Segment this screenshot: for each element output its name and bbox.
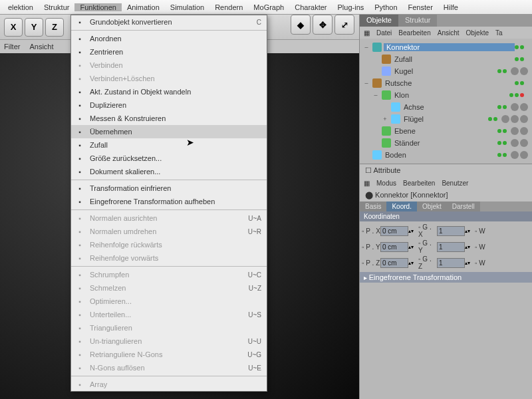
coord-px: ◦ P . X▴▾ xyxy=(362,223,417,238)
menu-item-reihenfolge-vorw-rts: ▪Reihenfolge vorwärts xyxy=(71,251,267,265)
menu-mograph[interactable]: MoGraph xyxy=(248,3,289,11)
axis-y-button[interactable]: Y xyxy=(25,18,43,37)
menu-simulation[interactable]: Simulation xyxy=(165,3,209,11)
menu-fenster[interactable]: Fenster xyxy=(403,3,438,11)
tool-scale-icon[interactable]: ⤢ xyxy=(334,15,354,35)
menu-item-icon: ▪ xyxy=(74,336,86,346)
coord-input[interactable] xyxy=(380,242,408,252)
coord-w: ◦ W xyxy=(475,239,530,254)
menu-item-gr-e-zur-cksetzen-[interactable]: ▪Größe zurücksetzen... xyxy=(71,152,267,165)
menu-animation[interactable]: Animation xyxy=(122,3,165,11)
coord-input[interactable] xyxy=(437,226,465,236)
subtool-ansicht[interactable]: Ansicht xyxy=(29,43,53,51)
menu-item-normalen-umdrehen: ▪Normalen umdrehenU~R xyxy=(71,225,267,238)
object-tree[interactable]: –KonnektorZufallKugel–Rutsche–KlonAchse+… xyxy=(360,39,532,164)
cursor-icon: ➤ xyxy=(186,137,194,148)
menu-item-icon: ▪ xyxy=(74,196,86,207)
menu-item-zentrieren[interactable]: ▪Zentrieren xyxy=(71,45,267,59)
menu-item-icon: ▪ xyxy=(74,166,86,177)
attr-object-name: ⬤ Konnektor [Konnektor] xyxy=(360,189,532,201)
menu-item-transformation-einfrieren[interactable]: ▪Transformation einfrieren xyxy=(71,182,267,195)
menu-rendern[interactable]: Rendern xyxy=(209,3,248,11)
tree-row-flügel[interactable]: +Flügel xyxy=(360,113,532,125)
attr-tab-darstell[interactable]: Darstell xyxy=(447,201,480,211)
menu-item-dokument-skalieren-[interactable]: ▪Dokument skalieren... xyxy=(71,165,267,178)
menu-item-icon: ▪ xyxy=(74,226,86,237)
objmenu-ansicht[interactable]: Ansicht xyxy=(438,29,460,37)
tree-row-rutsche[interactable]: –Rutsche xyxy=(360,77,532,89)
menu-item--bernehmen[interactable]: ▪Übernehmen xyxy=(71,125,267,138)
menu-item-icon: ▪ xyxy=(74,269,86,280)
menu-python[interactable]: Python xyxy=(369,3,402,11)
menu-item-icon: ▪ xyxy=(74,17,86,27)
coord-pz: ◦ P . Z▴▾ xyxy=(362,255,417,270)
menu-item-icon: ▪ xyxy=(74,239,86,250)
coord-gy: ◦ G . Y▴▾ xyxy=(418,239,473,254)
menu-item-anordnen[interactable]: ▪Anordnen xyxy=(71,32,267,45)
coord-input[interactable] xyxy=(437,242,465,252)
tree-row-ebene[interactable]: Ebene xyxy=(360,125,532,137)
menu-struktur[interactable]: Struktur xyxy=(39,3,75,11)
attr-tabs: BasisKoord.ObjektDarstell xyxy=(360,201,532,211)
menu-item-messen-konstruieren[interactable]: ▪Messen & Konstruieren xyxy=(71,112,267,125)
tree-row-achse[interactable]: Achse xyxy=(360,101,532,113)
menu-item-grundobjekt-konvertieren[interactable]: ▪Grundobjekt konvertierenC xyxy=(71,15,267,29)
coord-input[interactable] xyxy=(380,258,408,268)
attr-title: ☐ Attribute xyxy=(360,164,532,177)
menu-hilfe[interactable]: Hilfe xyxy=(438,3,464,11)
menu-item-icon: ▪ xyxy=(74,113,86,124)
menu-item-icon: ▪ xyxy=(74,126,86,137)
menu-item-verbinden: ▪Verbinden xyxy=(71,59,267,72)
objmenu-bearbeiten[interactable]: Bearbeiten xyxy=(398,29,430,37)
menu-item-icon: ▪ xyxy=(74,33,86,44)
axis-z-button[interactable]: Z xyxy=(45,18,64,37)
coord-grid: ◦ P . X▴▾◦ G . X▴▾◦ W◦ P . Y▴▾◦ G . Y▴▾◦… xyxy=(360,221,532,272)
menu-item-zufall[interactable]: ▪Zufall xyxy=(71,138,267,152)
attr-tab-objekt[interactable]: Objekt xyxy=(417,201,447,211)
attrmenu-benutzer[interactable]: Benutzer xyxy=(442,180,468,187)
tree-row-klon[interactable]: –Klon xyxy=(360,89,532,101)
tool-shape-icon[interactable]: ◆ xyxy=(291,15,311,35)
attrmenu-bearbeiten[interactable]: Bearbeiten xyxy=(403,180,435,187)
menu-item-duplizieren[interactable]: ▪Duplizieren xyxy=(71,98,267,112)
attr-tab-basis[interactable]: Basis xyxy=(360,201,386,211)
coord-input[interactable] xyxy=(380,226,408,236)
objmenu-objekte[interactable]: Objekte xyxy=(466,29,489,37)
attr-menu: ▦ModusBearbeitenBenutzer xyxy=(360,177,532,189)
tree-row-zufall[interactable]: Zufall xyxy=(360,53,532,65)
coord-w: ◦ W xyxy=(475,255,530,270)
menu-charakter[interactable]: Charakter xyxy=(289,3,332,11)
attr-frozen-header[interactable]: ▸ Eingefrorene Transformation xyxy=(360,272,532,283)
obj-tab-objekte[interactable]: Objekte xyxy=(360,15,398,27)
objmenu-datei[interactable]: Datei xyxy=(376,29,392,37)
menu-item-icon: ▪ xyxy=(74,100,86,110)
menu-funktionen[interactable]: Funktionen xyxy=(74,3,121,11)
menu-item-akt-zustand-in-objekt-wandeln[interactable]: ▪Akt. Zustand in Objekt wandeln xyxy=(71,85,267,98)
menu-elektion[interactable]: elektion xyxy=(3,3,39,11)
tree-row-boden[interactable]: Boden xyxy=(360,149,532,161)
coord-py: ◦ P . Y▴▾ xyxy=(362,239,417,254)
menu-item-icon: ▪ xyxy=(74,349,86,360)
menu-plug-ins[interactable]: Plug-ins xyxy=(332,3,370,11)
attr-tab-koord[interactable]: Koord. xyxy=(386,201,416,211)
attrmenu-modus[interactable]: Modus xyxy=(376,180,396,187)
tree-row-konnektor[interactable]: –Konnektor xyxy=(360,41,532,53)
menu-item-triangulieren: ▪Triangulieren xyxy=(71,321,267,334)
objmenu-ta[interactable]: Ta xyxy=(495,29,503,37)
tree-row-ständer[interactable]: Ständer xyxy=(360,137,532,149)
menu-item-icon: ▪ xyxy=(74,213,86,223)
menu-item-schmelzen: ▪SchmelzenU~Z xyxy=(71,281,267,295)
obj-tab-struktur[interactable]: Struktur xyxy=(398,15,438,27)
main-menubar: elektionStrukturFunktionenAnimationSimul… xyxy=(0,0,532,15)
coord-input[interactable] xyxy=(437,258,465,268)
menu-item-icon: ▪ xyxy=(74,362,86,373)
menu-item-icon: ▪ xyxy=(74,296,86,307)
subtool-filter[interactable]: Filter xyxy=(4,43,20,51)
menu-item-un-triangulieren: ▪Un-triangulierenU~U xyxy=(71,334,267,348)
tool-move-icon[interactable]: ✥ xyxy=(313,15,332,35)
menu-item-eingefrorene-transformation-aufheben[interactable]: ▪Eingefrorene Transformation aufheben xyxy=(71,195,267,208)
menu-item-icon: ▪ xyxy=(74,153,86,164)
tree-row-kugel[interactable]: Kugel xyxy=(360,65,532,77)
axis-x-button[interactable]: X xyxy=(4,18,23,37)
menu-item-icon: ▪ xyxy=(74,60,86,70)
